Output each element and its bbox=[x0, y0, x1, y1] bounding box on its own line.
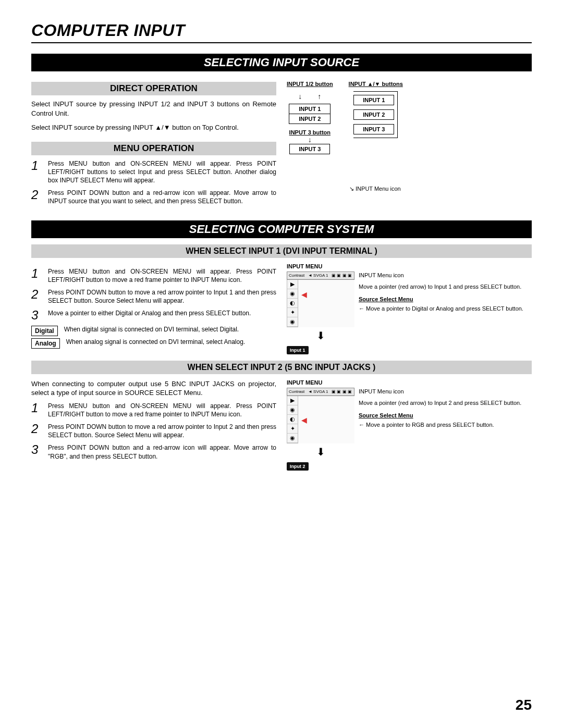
diagram-heading: INPUT 3 button bbox=[289, 129, 331, 135]
input-menu-mock: Contrast ◄ SVGA 1 ▣ ▣ ▣ ▣ ▶ ◉ ◐ ✦ ◉ ◀ bbox=[287, 272, 532, 354]
analog-tag: Analog bbox=[31, 338, 60, 349]
callout-text: INPUT Menu icon bbox=[359, 388, 532, 395]
step-number: 1 bbox=[31, 267, 43, 280]
menu-svga-text: SVGA 1 bbox=[313, 389, 328, 394]
sub-heading-menu-operation: MENU OPERATION bbox=[31, 142, 276, 155]
menu-icon: ◉ bbox=[287, 317, 298, 327]
input-3-button: INPUT 3 bbox=[289, 144, 330, 154]
input-menu-label: INPUT MENU bbox=[287, 379, 532, 386]
menu-icon: ✦ bbox=[287, 424, 298, 434]
diagram-heading: INPUT 1/2 button bbox=[287, 81, 333, 87]
arrow-down-icon: ⬇ bbox=[287, 329, 354, 342]
menu-icon: ✦ bbox=[287, 308, 298, 317]
step-text: Press POINT DOWN button to move a red ar… bbox=[48, 288, 276, 305]
input-1-button: INPUT 1 bbox=[289, 104, 330, 114]
callout-text: Move a pointer to Digital or Analog and … bbox=[359, 305, 532, 312]
intro-paragraph: When connecting to computer output use 5… bbox=[31, 379, 276, 398]
menu-header-text: Contrast bbox=[289, 389, 304, 394]
page-number: 25 bbox=[516, 697, 532, 713]
step-number: 2 bbox=[31, 423, 43, 435]
input-1-button: INPUT 1 bbox=[353, 95, 394, 105]
callout-text: Move a pointer (red arrow) to Input 1 an… bbox=[359, 283, 532, 290]
step-text: Press POINT DOWN button to move a red ar… bbox=[48, 423, 276, 439]
callout-text: INPUT Menu icon bbox=[359, 272, 532, 279]
divider bbox=[31, 42, 532, 43]
step-number: 1 bbox=[31, 402, 43, 414]
step-text: Press POINT DOWN button and a red-arrow … bbox=[48, 443, 276, 460]
step-text: Press POINT DOWN button and a red-arrow … bbox=[48, 189, 276, 205]
arrow-down-icon: ⬇ bbox=[287, 446, 354, 458]
paragraph: Select INPUT source by pressing INPUT ▲/… bbox=[31, 123, 276, 132]
menu-svga-text: SVGA 1 bbox=[313, 273, 328, 278]
section-heading-input-source: SELECTING INPUT SOURCE bbox=[31, 54, 532, 71]
analog-desc: When analog signal is connected on DVI t… bbox=[66, 338, 276, 347]
menu-icon: ◐ bbox=[287, 415, 298, 424]
menu-icon: ▶ bbox=[287, 280, 298, 289]
diagram-note: INPUT Menu icon bbox=[349, 186, 532, 192]
red-arrow-icon: ◀ bbox=[301, 416, 307, 424]
step-text: Press MENU button and ON-SCREEN MENU wil… bbox=[48, 402, 276, 418]
callout-text: Move a pointer to RGB and press SELECT b… bbox=[359, 421, 532, 428]
sub-heading-direct-operation: DIRECT OPERATION bbox=[31, 82, 276, 95]
step-number: 3 bbox=[31, 443, 43, 456]
menu-header-text: Contrast bbox=[289, 273, 304, 278]
input-menu-mock-2: Contrast ◄ SVGA 1 ▣ ▣ ▣ ▣ ▶ ◉ ◐ ✦ ◉ ◀ bbox=[287, 388, 532, 471]
input-1-pointer: Input 1 bbox=[287, 346, 309, 354]
input-2-pointer: Input 2 bbox=[287, 462, 309, 471]
menu-icon: ◐ bbox=[287, 299, 298, 308]
callout-text: Move a pointer (red arrow) to Input 2 an… bbox=[359, 399, 532, 406]
input-menu-label: INPUT MENU bbox=[287, 263, 532, 269]
paragraph: Select INPUT source by pressing INPUT 1/… bbox=[31, 100, 276, 118]
diagram-heading: INPUT ▲/▼ buttons bbox=[349, 81, 403, 87]
button-diagram: INPUT 1/2 button ↓↑ INPUT 1 INPUT 2 INPU… bbox=[287, 81, 532, 154]
digital-desc: When digital signal is connected on DVI … bbox=[64, 326, 276, 334]
input-3-button: INPUT 3 bbox=[353, 124, 394, 134]
menu-icon: ▶ bbox=[287, 396, 298, 405]
step-text: Move a pointer to either Digital or Anal… bbox=[48, 309, 276, 317]
step-text: Press MENU button and ON-SCREEN MENU wil… bbox=[48, 267, 276, 284]
page-title: COMPUTER INPUT bbox=[31, 21, 532, 40]
step-number: 3 bbox=[31, 309, 43, 322]
menu-icon: ◉ bbox=[287, 434, 298, 443]
step-number: 2 bbox=[31, 288, 43, 301]
red-arrow-icon: ◀ bbox=[301, 290, 307, 299]
input-2-button: INPUT 2 bbox=[353, 109, 394, 120]
sub-heading-dvi: WHEN SELECT INPUT 1 (DVI INPUT TERMINAL … bbox=[31, 244, 532, 258]
menu-icon: ◉ bbox=[287, 405, 298, 415]
section-heading-computer-system: SELECTING COMPUTER SYSTEM bbox=[31, 220, 532, 238]
source-select-heading: Source Select Menu bbox=[359, 295, 532, 303]
step-number: 1 bbox=[31, 159, 43, 172]
step-text: Press MENU button and ON-SCREEN MENU wil… bbox=[48, 159, 276, 185]
menu-icon: ◉ bbox=[287, 289, 298, 299]
step-number: 2 bbox=[31, 189, 43, 201]
source-select-heading: Source Select Menu bbox=[359, 412, 532, 419]
input-2-button: INPUT 2 bbox=[289, 114, 330, 124]
digital-tag: Digital bbox=[31, 326, 58, 336]
sub-heading-bnc: WHEN SELECT INPUT 2 (5 BNC INPUT JACKS ) bbox=[31, 361, 532, 374]
